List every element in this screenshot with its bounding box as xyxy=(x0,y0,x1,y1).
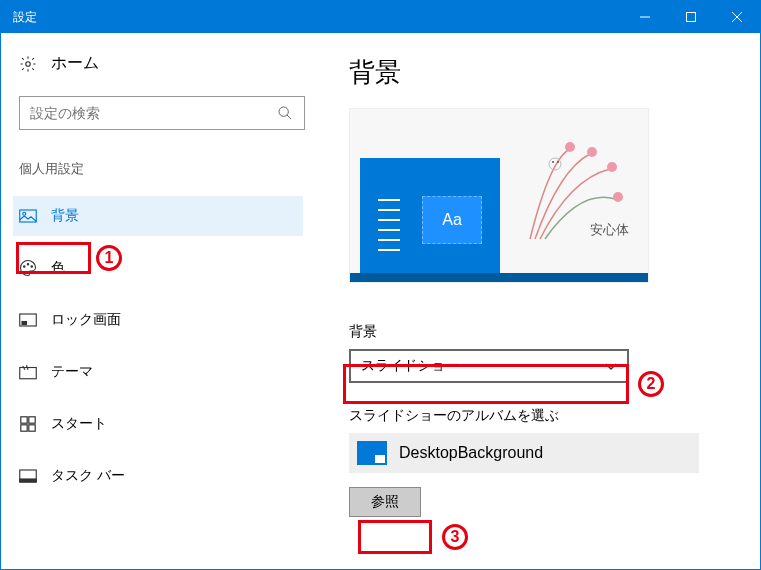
svg-point-10 xyxy=(27,264,29,266)
svg-point-27 xyxy=(557,161,559,163)
nav-label: 色 xyxy=(51,259,65,277)
svg-point-4 xyxy=(26,61,31,66)
browse-button[interactable]: 参照 xyxy=(349,487,421,517)
folder-icon xyxy=(357,441,387,465)
titlebar: 設定 xyxy=(1,1,760,33)
nav-item-start[interactable]: スタート xyxy=(13,404,303,444)
svg-point-9 xyxy=(24,266,26,268)
palette-icon xyxy=(19,259,37,277)
chevron-down-icon xyxy=(605,358,617,374)
svg-point-11 xyxy=(31,266,33,268)
minimize-button[interactable] xyxy=(622,1,668,33)
svg-line-6 xyxy=(287,115,291,119)
window-controls xyxy=(622,1,760,33)
start-icon xyxy=(19,415,37,433)
nav-label: タスク バー xyxy=(51,467,125,485)
callout-2: 2 xyxy=(638,371,664,397)
search-input[interactable] xyxy=(30,105,276,121)
theme-icon xyxy=(19,363,37,381)
search-box[interactable] xyxy=(19,96,305,130)
nav-label: ロック画面 xyxy=(51,311,121,329)
svg-point-22 xyxy=(587,147,597,157)
main-panel: 背景 安心体 Aa 背景 スライドショー スライドショーのアルバムを選 xyxy=(321,33,760,569)
svg-rect-20 xyxy=(20,479,37,482)
page-title: 背景 xyxy=(349,55,760,90)
home-link[interactable]: ホーム xyxy=(19,53,303,74)
svg-point-25 xyxy=(549,158,561,170)
taskbar-icon xyxy=(19,467,37,485)
nav-item-themes[interactable]: テーマ xyxy=(13,352,303,392)
nav-item-taskbar[interactable]: タスク バー xyxy=(13,456,303,496)
callout-1: 1 xyxy=(96,245,122,271)
svg-rect-15 xyxy=(21,417,27,423)
lockscreen-icon xyxy=(19,311,37,329)
background-label: 背景 xyxy=(349,323,760,341)
preview-art-icon: 安心体 xyxy=(500,119,640,259)
sidebar: ホーム 個人用設定 背景 色 ロック画面 テーマ スタート タスク xyxy=(1,33,321,569)
svg-text:安心体: 安心体 xyxy=(590,222,629,237)
album-label: スライドショーのアルバムを選ぶ xyxy=(349,407,760,425)
svg-point-5 xyxy=(279,107,288,116)
nav-item-background[interactable]: 背景 xyxy=(13,196,303,236)
preview-tile: Aa xyxy=(422,196,482,244)
home-label: ホーム xyxy=(51,53,99,74)
nav-label: 背景 xyxy=(51,207,79,225)
album-name: DesktopBackground xyxy=(399,444,543,462)
svg-rect-13 xyxy=(22,322,27,325)
svg-point-21 xyxy=(565,142,575,152)
background-dropdown[interactable]: スライドショー xyxy=(349,349,629,383)
svg-rect-7 xyxy=(20,210,37,222)
callout-3: 3 xyxy=(442,524,468,550)
section-header: 個人用設定 xyxy=(19,160,303,178)
nav-label: テーマ xyxy=(51,363,93,381)
gear-icon xyxy=(19,55,37,73)
svg-point-24 xyxy=(613,192,623,202)
nav-item-colors[interactable]: 色 xyxy=(13,248,303,288)
nav-item-lockscreen[interactable]: ロック画面 xyxy=(13,300,303,340)
svg-point-23 xyxy=(607,162,617,172)
svg-rect-18 xyxy=(29,425,35,431)
window-title: 設定 xyxy=(13,9,622,26)
svg-point-8 xyxy=(23,212,26,215)
maximize-button[interactable] xyxy=(668,1,714,33)
search-icon xyxy=(276,104,294,122)
svg-point-26 xyxy=(552,161,554,163)
close-button[interactable] xyxy=(714,1,760,33)
nav-label: スタート xyxy=(51,415,107,433)
svg-rect-16 xyxy=(29,417,35,423)
album-item[interactable]: DesktopBackground xyxy=(349,433,699,473)
preview-taskbar xyxy=(350,273,648,282)
desktop-preview: 安心体 Aa xyxy=(349,108,649,283)
picture-icon xyxy=(19,207,37,225)
dropdown-value: スライドショー xyxy=(361,357,459,375)
svg-rect-17 xyxy=(21,425,27,431)
svg-rect-1 xyxy=(687,13,696,22)
